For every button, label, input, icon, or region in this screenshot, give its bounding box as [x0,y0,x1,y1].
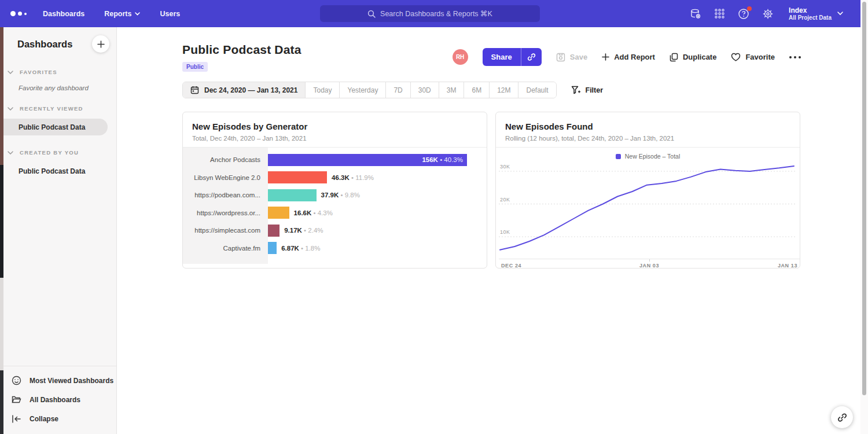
bar-row[interactable]: https://wordpress.or...16.6K • 4.3% [183,204,487,222]
add-dashboard-button[interactable] [92,35,109,53]
more-options-button[interactable] [789,54,801,61]
footer-item-label: Most Viewed Dashboards [30,377,113,385]
bar-value-label: 156K • 40.3% [422,156,463,163]
bar-row[interactable]: Libsyn WebEngine 2.046.3K • 11.9% [183,169,487,187]
link-icon [837,413,847,422]
bar-row[interactable]: https://simplecast.com9.17K • 2.4% [183,222,487,240]
chevron-down-icon [8,107,13,111]
bar-segment[interactable]: 156K • 40.3% [268,154,467,166]
bar-category-label: https://simplecast.com [183,227,268,234]
apps-grid-icon[interactable] [714,8,725,19]
chevron-down-icon [135,12,140,16]
preset-yesterday[interactable]: Yesterday [339,82,385,98]
add-report-button[interactable]: Add Report [602,53,655,61]
bar-segment[interactable] [268,189,317,201]
bar-category-label: Anchor Podcasts [183,156,268,163]
calendar-icon [190,86,199,94]
bar-value-label: 16.6K • 4.3% [294,209,333,216]
link-icon [527,53,536,61]
date-range-controls: Dec 24, 2020 — Jan 13, 2021 Today Yester… [182,82,557,98]
x-axis-tick-label: JAN 03 [639,263,659,269]
bar-row[interactable]: Captivate.fm6.87K • 1.8% [183,240,487,258]
x-axis-tick-label: JAN 13 [778,263,797,269]
bar-category-label: Libsyn WebEngine 2.0 [183,174,268,181]
line-card-subtitle: Rolling (12 hours), total, Dec 24th, 202… [505,135,790,142]
bar-category-label: Captivate.fm [183,245,268,252]
floating-copy-link-button[interactable] [831,406,853,428]
chevron-down-icon [8,71,13,74]
app-logo-icon[interactable] [10,11,27,16]
bar-segment[interactable] [268,225,279,237]
save-button[interactable]: Save [556,53,587,62]
save-label: Save [570,53,587,61]
nav-dashboards-label: Dashboards [43,10,84,18]
nav-users-label: Users [160,10,180,18]
legend-swatch [616,154,621,159]
most-viewed-dashboards-button[interactable]: Most Viewed Dashboards [0,371,116,390]
bar-category-label: https://wordpress.or... [183,209,268,216]
section-created-by-you-toggle[interactable]: CREATED BY YOU [0,149,116,156]
line-series[interactable] [500,166,794,250]
bar-value-label: 9.17K • 2.4% [284,227,323,234]
bar-row[interactable]: https://podbean.com...37.9K • 9.8% [183,186,487,204]
favorites-empty-note: Favorite any dashboard [19,84,116,91]
sidebar-item-public-podcast-data[interactable]: Public Podcast Data [0,119,108,135]
all-dashboards-button[interactable]: All Dashboards [0,390,116,409]
x-axis-tick-mark [649,259,650,262]
chevron-down-icon [837,12,843,16]
sidebar-item-label: Public Podcast Data [19,123,85,131]
bar-track: 156K • 40.3% [268,154,487,166]
nav-dashboards[interactable]: Dashboards [43,10,84,18]
scrollbar-thumb[interactable] [862,2,866,395]
preset-6m[interactable]: 6M [464,82,489,98]
settings-gear-icon[interactable] [762,8,774,20]
preset-12m[interactable]: 12M [489,82,518,98]
bar-card-subtitle: Total, Dec 24th, 2020 – Jan 13th, 2021 [192,135,477,142]
section-favorites-toggle[interactable]: FAVORITES [0,69,116,75]
data-management-icon[interactable] [690,8,701,20]
avatar[interactable]: RH [453,49,468,65]
project-switcher[interactable]: Index All Project Data [789,6,843,21]
search-input[interactable]: Search Dashboards & Reports ⌘K [320,5,540,22]
line-card-title: New Episodes Found [505,122,790,131]
bar-segment[interactable] [268,242,277,254]
copy-link-button[interactable] [521,48,542,66]
bar-value-label: 46.3K • 11.9% [332,174,374,181]
line-chart-card[interactable]: New Episodes Found Rolling (12 hours), t… [495,112,800,269]
bar-segment[interactable] [268,207,289,219]
main-content: Public Podcast Data Public RH Share Save… [117,27,868,434]
preset-3m[interactable]: 3M [439,82,464,98]
preset-30d[interactable]: 30D [410,82,439,98]
legend-label: New Episode – Total [625,153,681,160]
share-button-group: Share [483,48,542,66]
bar-row[interactable]: Anchor Podcasts156K • 40.3% [183,151,487,169]
help-icon[interactable] [738,8,749,20]
search-placeholder: Search Dashboards & Reports ⌘K [380,9,492,18]
share-button[interactable]: Share [483,48,521,66]
favorite-label: Favorite [745,53,775,61]
project-scope: All Project Data [789,14,832,21]
line-chart-svg: 10K20K30K [499,161,796,259]
sidebar-item-label: Public Podcast Data [19,167,85,175]
favorite-button[interactable]: Favorite [731,53,775,61]
nav-reports[interactable]: Reports [104,10,140,18]
sidebar-item-public-podcast-data-created[interactable]: Public Podcast Data [0,163,108,179]
duplicate-button[interactable]: Duplicate [670,53,717,62]
preset-default[interactable]: Default [518,82,556,98]
bar-segment[interactable] [268,171,327,183]
filter-button[interactable]: Filter [571,86,604,95]
page-title: Public Podcast Data [182,43,301,57]
collapse-sidebar-button[interactable]: Collapse [0,409,116,428]
heart-icon [731,53,741,61]
preset-7d[interactable]: 7D [385,82,410,98]
nav-reports-label: Reports [104,10,131,18]
nav-users[interactable]: Users [160,10,180,18]
footer-item-label: All Dashboards [30,396,80,404]
preset-today[interactable]: Today [305,82,339,98]
bar-value-label: 37.9K • 9.8% [321,192,360,198]
bar-chart-card[interactable]: New Episodes by Generator Total, Dec 24t… [182,112,487,269]
section-recently-viewed-toggle[interactable]: RECENTLY VIEWED [0,105,116,112]
line-chart-x-axis: DEC 24JAN 03JAN 13 [499,259,800,269]
x-axis-tick-label: DEC 24 [501,263,521,269]
date-range-picker[interactable]: Dec 24, 2020 — Jan 13, 2021 [183,82,305,98]
